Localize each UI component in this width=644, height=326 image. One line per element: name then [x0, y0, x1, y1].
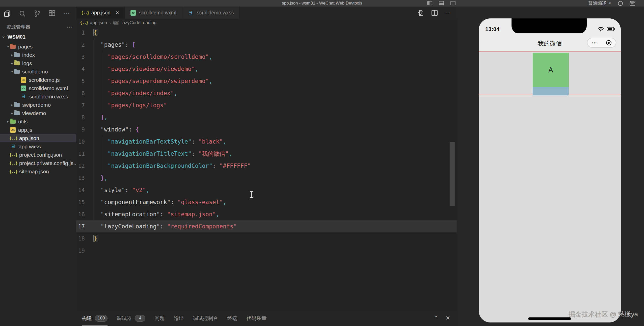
tree-item-viewdemo[interactable]: ▸viewdemo	[0, 109, 76, 117]
code-editor[interactable]: 1{2 "pages": [3 "pages/scrolldemo/scroll…	[76, 26, 457, 259]
source-control-icon[interactable]	[33, 10, 41, 17]
tree-arrow-icon[interactable]: ▸	[10, 111, 14, 115]
code-token: ]	[94, 114, 104, 121]
file-tree: ▾pages▸index▸logs▾scrolldemoJSscrolldemo…	[0, 42, 76, 176]
close-tab-icon[interactable]: ✕	[116, 10, 119, 15]
tree-item-scrolldemo-wxml[interactable]: <>scrolldemo.wxml	[0, 84, 76, 92]
tree-item-app-json[interactable]: {..}app.json	[0, 134, 76, 142]
capsule-more-icon[interactable]: •••	[587, 41, 602, 45]
tree-arrow-icon[interactable]: ▾	[6, 45, 10, 48]
toggle-split-icon[interactable]	[450, 1, 455, 5]
tree-arrow-icon[interactable]: ▾	[10, 70, 14, 73]
tree-arrow-icon[interactable]: ▸	[6, 120, 10, 123]
js-file-icon: JS	[21, 77, 26, 83]
code-token: "componentFramework":	[94, 199, 177, 205]
editor-scrollbar[interactable]	[450, 142, 455, 206]
editor-tabbar: {..}app.json✕<>scrolldemo.wxmlƎscrolldem…	[76, 7, 457, 19]
tree-item-utils[interactable]: ▸utils	[0, 117, 76, 126]
tree-item-swiperdemo[interactable]: ▸swiperdemo	[0, 101, 76, 109]
tree-arrow-icon[interactable]: ▸	[10, 61, 14, 65]
explorer-icon[interactable]	[4, 10, 11, 17]
tree-item-label: scrolldemo.wxss	[29, 94, 68, 100]
panel-tab-调试控制台[interactable]: 调试控制台	[193, 310, 218, 326]
project-root-row[interactable]: ∨ WSM01	[0, 33, 76, 41]
json-file-icon: {..}	[10, 169, 17, 174]
split-editor-icon[interactable]	[432, 10, 438, 16]
tree-item-app-js[interactable]: JSapp.js	[0, 126, 76, 134]
panel-tab-代码质量[interactable]: 代码质量	[246, 310, 266, 326]
panel-tab-label: 输出	[174, 315, 184, 322]
compile-status-icon[interactable]	[618, 1, 623, 6]
editor-tab-scrolldemo.wxss[interactable]: Ǝscrolldemo.wxss	[182, 7, 240, 19]
tree-arrow-icon[interactable]: ▸	[10, 103, 14, 107]
code-line-1: 1{	[76, 26, 457, 39]
panel-close-icon[interactable]: ✕	[446, 315, 450, 321]
tree-arrow-icon[interactable]: ▸	[10, 53, 14, 57]
code-token: ,	[104, 175, 108, 181]
panel-tab-label: 调试控制台	[193, 315, 218, 322]
tree-item-scrolldemo-wxss[interactable]: Ǝscrolldemo.wxss	[0, 92, 76, 101]
code-token: "style":	[94, 187, 132, 193]
code-line-19: 19	[76, 245, 457, 257]
watermark: 掘金技术社区 @ 慈樣ya	[568, 310, 638, 319]
code-token: {	[94, 29, 97, 36]
tree-item-scrolldemo[interactable]: ▾scrolldemo	[0, 67, 76, 76]
code-token: ,	[216, 211, 220, 218]
breadcrumb-symbol: lazyCodeLoading	[121, 20, 156, 25]
code-token: :	[192, 150, 199, 157]
tree-item-label: index	[22, 52, 35, 58]
tree-item-index[interactable]: ▸index	[0, 51, 76, 59]
tree-item-logs[interactable]: ▸logs	[0, 59, 76, 67]
code-token: "lazyCodeLoading":	[94, 223, 167, 230]
js-file-icon: JS	[10, 127, 16, 133]
tree-item-app-wxss[interactable]: Ǝapp.wxss	[0, 142, 76, 151]
code-token: "navigationBarBackgroundColor"	[94, 162, 212, 169]
scroll-view[interactable]: A	[479, 51, 621, 95]
panel-tab-输出[interactable]: 输出	[174, 310, 184, 326]
panel-tab-构建[interactable]: 构建100	[82, 310, 108, 326]
panel-tab-label: 终端	[227, 315, 237, 322]
line-number: 7	[76, 99, 85, 112]
panel-tab-问题[interactable]: 问题	[154, 310, 165, 326]
preview-package-icon[interactable]	[629, 1, 635, 6]
compile-mode-dropdown[interactable]: 普通编译 ▼	[588, 0, 611, 6]
tree-item-project-config-json[interactable]: {..}project.config.json	[0, 151, 76, 159]
editor-tab-scrolldemo.wxml[interactable]: <>scrolldemo.wxml	[125, 7, 182, 19]
panel-collapse-icon[interactable]: ⌃	[434, 315, 438, 321]
sidebar: ⋯ 资源管理器 ⋯ ∨ WSM01 ▾pages▸index▸logs▾scro…	[0, 7, 76, 326]
titlebar: app.json - wsm01 - WeChat Web Devtools 普…	[0, 0, 644, 7]
tree-item-project-private-config-js-[interactable]: {..}project.private.config.js...	[0, 159, 76, 167]
toggle-sidebar-icon[interactable]	[427, 1, 432, 5]
panel-tab-调试器[interactable]: 调试器4	[117, 310, 145, 326]
code-token: "pages":	[94, 41, 132, 48]
breadcrumb[interactable]: {..} app.json › abc lazyCodeLoading	[76, 19, 457, 26]
code-token: ,	[146, 187, 150, 193]
editor-tab-app.json[interactable]: {..}app.json✕	[76, 7, 125, 19]
panel-tab-终端[interactable]: 终端	[227, 310, 237, 326]
capsule-close-icon[interactable]	[602, 40, 616, 45]
open-changes-icon[interactable]	[417, 10, 424, 16]
tree-item-label: viewdemo	[22, 110, 46, 116]
search-icon[interactable]	[18, 10, 26, 17]
editor-more-icon[interactable]: ⋯	[445, 10, 451, 16]
code-token: ,	[223, 138, 226, 145]
extensions-icon[interactable]	[48, 10, 56, 17]
explorer-more-icon[interactable]: ⋯	[67, 24, 73, 30]
more-actions-icon[interactable]: ⋯	[63, 10, 71, 17]
code-line-13: 13 },	[76, 172, 457, 184]
tree-item-scrolldemo-js[interactable]: JSscrolldemo.js	[0, 76, 76, 84]
editor-tab-label: scrolldemo.wxss	[197, 10, 234, 16]
folder-icon	[10, 120, 16, 124]
line-number: 5	[76, 75, 85, 87]
toggle-panel-icon[interactable]	[439, 1, 444, 5]
code-line-6: 6 "pages/index/index",	[76, 87, 457, 99]
code-token: "window":	[94, 126, 136, 133]
folder-icon	[14, 111, 20, 115]
code-token: }	[94, 235, 97, 242]
compile-mode-label: 普通编译	[588, 0, 606, 6]
tree-item-sitemap-json[interactable]: {..}sitemap.json	[0, 167, 76, 176]
code-token: "pages/index/index"	[94, 90, 174, 96]
tree-item-pages[interactable]: ▾pages	[0, 42, 76, 51]
code-line-5: 5 "pages/swiperdemo/swiperdemo",	[76, 75, 457, 87]
tree-item-label: scrolldemo	[22, 69, 48, 75]
